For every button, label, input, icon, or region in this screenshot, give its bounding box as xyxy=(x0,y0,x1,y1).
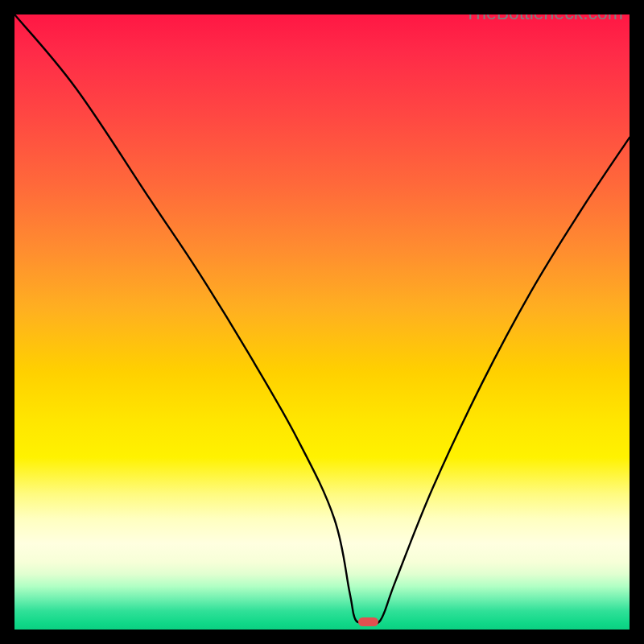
optimal-marker xyxy=(358,617,378,626)
chart-frame: TheBottleneck.com xyxy=(0,0,644,644)
bottleneck-curve xyxy=(14,14,630,630)
plot-area: TheBottleneck.com xyxy=(14,14,630,630)
watermark-text: TheBottleneck.com xyxy=(464,14,623,24)
